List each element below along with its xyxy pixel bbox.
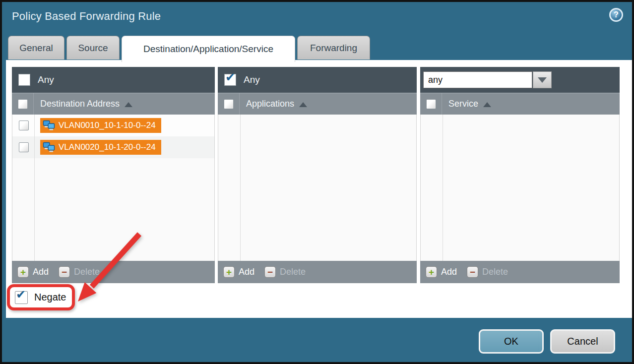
- checkmark-icon: ✔: [225, 70, 235, 84]
- question-glyph: ?: [614, 10, 619, 19]
- destination-address-listbox: ✔ Any Destination Address: [12, 67, 215, 283]
- destination-any-label: Any: [38, 74, 54, 85]
- destination-column-header[interactable]: Destination Address: [34, 99, 120, 109]
- delete-button[interactable]: − Delete: [59, 266, 100, 278]
- add-button[interactable]: + Add: [17, 266, 49, 278]
- pbf-rule-dialog: Policy Based Forwarding Rule ? General S…: [0, 0, 634, 364]
- destination-any-checkbox[interactable]: ✔: [18, 74, 30, 86]
- column-divider: [240, 115, 241, 261]
- service-dropdown-row: any: [420, 67, 620, 93]
- applications-listbox: ✔ Any Applications + Add − Delete: [218, 67, 417, 283]
- add-icon: +: [426, 266, 437, 278]
- service-dropdown-value[interactable]: any: [423, 71, 532, 88]
- address-object-name: VLAN0020_10-1-20-0--24: [59, 142, 156, 152]
- applications-list: [218, 115, 417, 261]
- column-divider: [443, 115, 443, 261]
- destination-header-row: Destination Address: [12, 93, 215, 115]
- checkmark-icon: ✔: [16, 288, 26, 302]
- ok-button[interactable]: OK: [479, 329, 544, 354]
- tab-general[interactable]: General: [8, 36, 64, 60]
- sort-ascending-icon: [125, 102, 132, 107]
- network-icon: [43, 142, 55, 153]
- sort-ascending-icon: [483, 102, 491, 107]
- applications-any-row: ✔ Any: [218, 67, 417, 93]
- destination-select-all-checkbox[interactable]: [18, 99, 28, 109]
- address-object[interactable]: VLAN0010_10-1-10-0--24: [40, 118, 161, 133]
- applications-select-all-checkbox[interactable]: [224, 99, 234, 109]
- service-select-all-checkbox[interactable]: [426, 99, 436, 109]
- service-dropdown[interactable]: any: [423, 71, 552, 88]
- delete-icon: −: [59, 266, 70, 278]
- delete-icon: −: [264, 266, 276, 278]
- destination-list: VLAN0010_10-1-10-0--24 VLAN0020_10-1-20-…: [12, 115, 215, 261]
- destination-any-row: ✔ Any: [12, 67, 215, 93]
- row-checkbox[interactable]: [19, 121, 29, 130]
- network-icon: [43, 120, 55, 131]
- applications-any-checkbox[interactable]: ✔: [224, 74, 236, 86]
- negate-checkbox[interactable]: ✔: [15, 291, 28, 304]
- tab-source[interactable]: Source: [66, 36, 120, 60]
- address-object-name: VLAN0010_10-1-10-0--24: [59, 121, 156, 130]
- service-header-row: Service: [420, 93, 620, 115]
- negate-label: Negate: [34, 292, 66, 303]
- delete-button[interactable]: − Delete: [264, 266, 306, 278]
- delete-icon: −: [467, 266, 478, 278]
- service-column-header[interactable]: Service: [442, 99, 478, 109]
- row-checkbox[interactable]: [19, 142, 29, 152]
- tab-destination-application-service[interactable]: Destination/Application/Service: [122, 36, 295, 62]
- dropdown-button[interactable]: [533, 71, 552, 88]
- applications-any-label: Any: [244, 74, 260, 85]
- help-icon[interactable]: ?: [609, 8, 623, 22]
- negate-highlight-box: ✔ Negate: [7, 284, 75, 310]
- table-row: VLAN0020_10-1-20-0--24: [12, 136, 214, 158]
- service-toolbar: + Add − Delete: [420, 261, 620, 283]
- dialog-title: Policy Based Forwarding Rule: [12, 10, 161, 23]
- add-icon: +: [17, 266, 29, 278]
- table-row: VLAN0010_10-1-10-0--24: [12, 115, 214, 136]
- destination-toolbar: + Add − Delete: [12, 261, 215, 283]
- sort-ascending-icon: [299, 102, 307, 107]
- service-listbox: any Service + Add − Delete: [420, 67, 620, 283]
- add-button[interactable]: + Add: [426, 266, 457, 278]
- cancel-button[interactable]: Cancel: [550, 329, 615, 354]
- delete-button[interactable]: − Delete: [467, 266, 508, 278]
- add-icon: +: [223, 266, 235, 278]
- applications-column-header[interactable]: Applications: [240, 99, 294, 109]
- chevron-down-icon: [538, 77, 547, 83]
- service-list: [420, 115, 620, 261]
- address-object[interactable]: VLAN0020_10-1-20-0--24: [40, 140, 161, 155]
- applications-toolbar: + Add − Delete: [218, 261, 417, 283]
- tab-forwarding[interactable]: Forwarding: [297, 36, 370, 60]
- applications-header-row: Applications: [218, 93, 417, 115]
- content-panel: ✔ Any Destination Address: [6, 60, 632, 318]
- column-divider: [34, 115, 35, 261]
- add-button[interactable]: + Add: [223, 266, 254, 278]
